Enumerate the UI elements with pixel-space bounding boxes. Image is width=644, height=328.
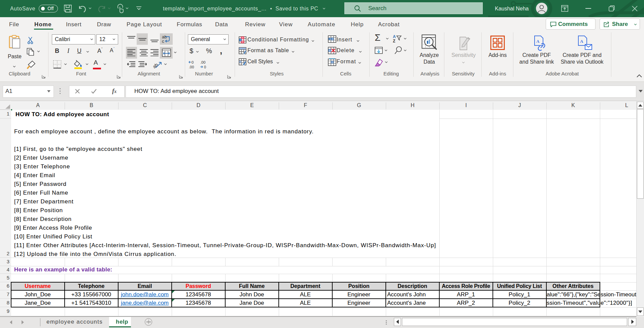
svg-text:A: A (580, 39, 583, 44)
svg-text:0: 0 (192, 60, 194, 64)
svg-text:0: 0 (204, 65, 206, 69)
svg-text:.00: .00 (200, 60, 205, 64)
svg-text:c: c (162, 39, 164, 44)
svg-text:.00: .00 (189, 65, 194, 69)
svg-text:A: A (536, 39, 540, 44)
svg-text:Z: Z (393, 39, 395, 43)
